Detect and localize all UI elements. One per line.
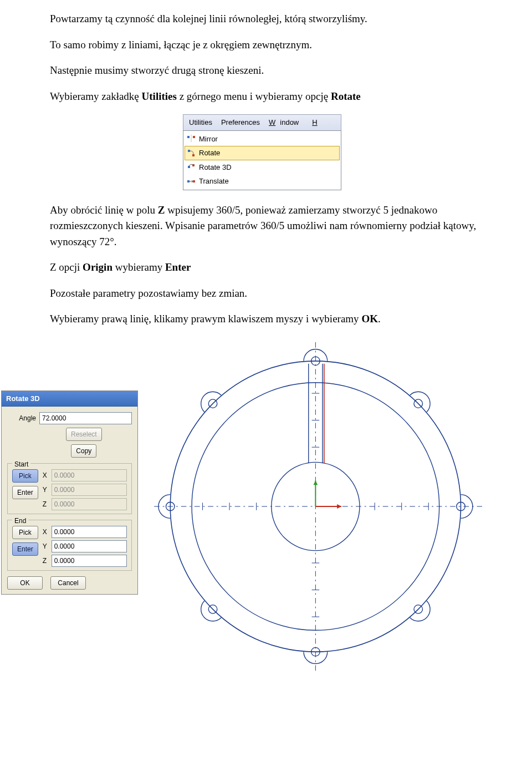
rotate-icon [187, 149, 196, 158]
start-fieldset: Start Pick Enter X0.0000 Y0.0000 Z0.0000 [7, 463, 132, 514]
cancel-button[interactable]: Cancel [50, 576, 86, 590]
menu-item-label: Rotate 3D [199, 162, 337, 173]
start-x-field: 0.0000 [52, 469, 127, 481]
rotate3d-icon [187, 163, 196, 171]
ok-button[interactable]: OK [7, 576, 43, 590]
start-z-field: 0.0000 [52, 498, 127, 510]
end-label: End [12, 516, 28, 526]
paragraph-2: To samo robimy z liniami, łącząc je z ok… [50, 37, 482, 53]
start-pick-button[interactable]: Pick [12, 469, 38, 483]
end-fieldset: End Pick Enter X0.0000 Y0.0000 Z0.0000 [7, 520, 132, 571]
angle-field[interactable]: 72.0000 [39, 412, 132, 424]
svg-rect-7 [187, 180, 190, 182]
dialog-title: Rotate 3D [2, 391, 137, 407]
menu-item-label: Mirror [199, 134, 337, 145]
menu-h[interactable]: H [308, 116, 319, 129]
start-enter-button[interactable]: Enter [12, 486, 38, 499]
translate-icon [187, 177, 196, 186]
start-y-field: 0.0000 [52, 484, 127, 496]
copy-button[interactable]: Copy [71, 444, 96, 458]
menu-item-mirror[interactable]: Mirror [185, 132, 340, 146]
paragraph-5: Aby obrócić linię w polu Z wpisujemy 360… [50, 202, 482, 250]
menu-item-label: Rotate [199, 148, 337, 159]
svg-rect-5 [188, 166, 190, 168]
paragraph-3: Następnie musimy stworzyć drugą stronę k… [50, 63, 482, 79]
end-x-field[interactable]: 0.0000 [52, 526, 127, 538]
paragraph-6: Z opcji Origin wybieramy Enter [50, 260, 482, 276]
rotate3d-dialog: Rotate 3D Angle 72.0000 Reselect Copy St… [1, 390, 138, 595]
start-label: Start [12, 459, 30, 469]
end-enter-button[interactable]: Enter [12, 542, 38, 556]
paragraph-7: Pozostałe parametry pozostawiamy bez zmi… [50, 286, 482, 302]
menu-window[interactable]: Window [264, 116, 308, 129]
menu-item-rotate[interactable]: Rotate [185, 146, 340, 160]
menu-preferences[interactable]: Preferences [217, 116, 264, 129]
svg-rect-0 [187, 136, 190, 138]
svg-rect-4 [192, 154, 195, 156]
menu-dropdown: Mirror Rotate Rotate 3D Translate [183, 130, 341, 190]
menu-bar: Utilities Preferences Window H [183, 114, 341, 130]
reselect-button: Reselect [66, 428, 102, 441]
mirror-icon [187, 134, 196, 143]
menu-item-label: Translate [199, 176, 337, 187]
menu-item-translate[interactable]: Translate [185, 174, 340, 189]
end-z-field[interactable]: 0.0000 [52, 555, 127, 567]
svg-rect-3 [188, 150, 190, 152]
menu-item-rotate3d[interactable]: Rotate 3D [185, 160, 340, 175]
svg-rect-1 [193, 136, 195, 138]
paragraph-1: Powtarzamy tą czynność dla kolejnej lini… [50, 11, 482, 27]
menu-utilities[interactable]: Utilities [185, 116, 217, 129]
end-y-field[interactable]: 0.0000 [52, 540, 127, 552]
angle-label: Angle [7, 413, 39, 423]
end-pick-button[interactable]: Pick [12, 526, 38, 539]
flange-diagram [138, 337, 482, 676]
utilities-menu-screenshot: Utilities Preferences Window H Mirror Ro… [183, 114, 341, 190]
paragraph-4: Wybieramy zakładkę Utilities z górnego m… [50, 89, 482, 105]
paragraph-8: Wybieramy prawą linię, klikamy prawym kl… [50, 311, 482, 327]
